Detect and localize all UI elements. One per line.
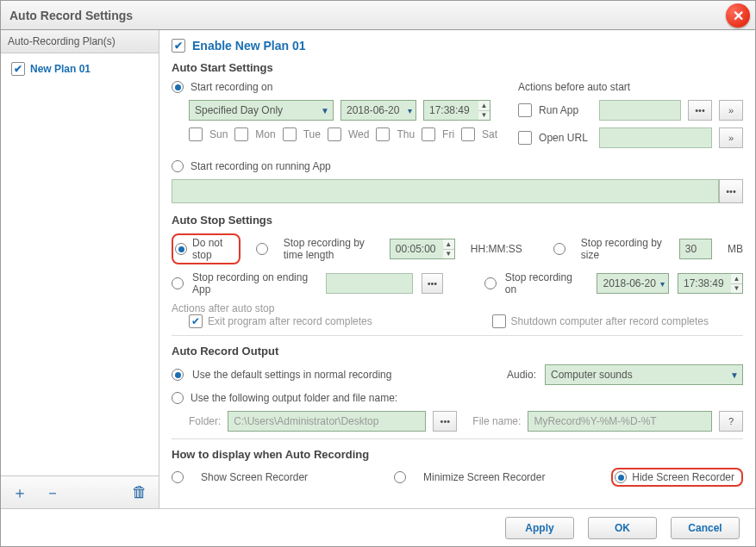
cancel-label: Cancel [688, 522, 722, 534]
label-folder: Folder: [189, 415, 221, 427]
close-button[interactable]: ✕ [726, 3, 750, 28]
chk-fri[interactable] [422, 127, 435, 141]
dialog-footer: Apply OK Cancel [1, 508, 755, 546]
remove-plan-button[interactable]: － [44, 484, 61, 501]
label-actions-before: Actions before auto start [518, 81, 743, 93]
label-stop-ending-app: Stop recording on ending App [192, 271, 317, 295]
lbl-fri: Fri [442, 128, 454, 140]
label-minimize-recorder: Minimize Screen Recorder [423, 471, 545, 483]
input-folder[interactable]: C:\Users\Administrator\Desktop [228, 411, 426, 432]
browse-run-app-button[interactable]: ••• [688, 100, 712, 121]
sidebar-tools: ＋ － 🗑 [1, 476, 159, 508]
arrow-open-url-button[interactable]: » [719, 127, 743, 148]
label-stop-time: Stop recording by time length [284, 237, 374, 261]
ok-button[interactable]: OK [588, 517, 657, 539]
lbl-mon: Mon [255, 128, 275, 140]
label-show-recorder: Show Screen Recorder [201, 471, 308, 483]
start-date-value: 2018-06-20 [347, 104, 399, 116]
separator [172, 335, 743, 336]
arrow-run-app-button[interactable]: » [719, 100, 743, 121]
select-audio[interactable]: Computer sounds▼ [545, 364, 743, 385]
stop-time-spinner[interactable]: ▲▼ [443, 239, 455, 259]
chk-run-app[interactable] [518, 103, 532, 117]
select-day-mode-value: Specified Day Only [195, 104, 283, 116]
apply-button[interactable]: Apply [505, 517, 574, 539]
radio-minimize-recorder[interactable] [394, 471, 406, 483]
stop-on-time-spinner[interactable]: ▲▼ [731, 273, 743, 294]
label-actions-after: Actions after auto stop [172, 302, 743, 314]
radio-default-output[interactable] [172, 369, 184, 381]
chevron-right-icon: » [728, 105, 734, 115]
input-stop-size[interactable]: 30 [679, 239, 712, 259]
label-do-not-stop: Do not stop [192, 237, 232, 261]
input-running-app[interactable] [172, 179, 719, 203]
radio-start-running-app[interactable] [172, 160, 184, 172]
select-stop-date[interactable]: 2018-06-20▾ [597, 273, 669, 294]
close-icon: ✕ [733, 8, 744, 24]
help-filename-button[interactable]: ? [719, 411, 743, 432]
chk-sat[interactable] [461, 127, 475, 141]
section-output: Auto Record Output [172, 345, 743, 357]
stop-on-time-value: 17:38:49 [684, 277, 724, 289]
radio-stop-ending-app[interactable] [172, 277, 184, 289]
cancel-button[interactable]: Cancel [671, 517, 740, 539]
input-filename[interactable]: MyRecord%Y-%M-%D-%T [528, 411, 712, 432]
titlebar: Auto Record Settings ✕ [1, 1, 755, 30]
label-mb: MB [728, 243, 743, 255]
start-time-value: 17:38:49 [429, 104, 470, 116]
chk-exit-after[interactable] [189, 314, 203, 328]
label-stop-on: Stop recording on [505, 271, 580, 295]
enable-plan-checkbox[interactable] [172, 39, 185, 53]
section-display: How to display when Auto Recording [172, 448, 743, 461]
plus-icon: ＋ [12, 482, 28, 503]
radio-stop-size[interactable] [553, 243, 565, 255]
chevron-down-icon: ▼ [478, 111, 490, 121]
ellipsis-icon: ••• [428, 278, 438, 289]
input-ending-app[interactable] [326, 273, 413, 294]
plan-checkbox[interactable] [11, 62, 25, 76]
radio-show-recorder[interactable] [172, 471, 184, 483]
browse-folder-button[interactable]: ••• [433, 411, 457, 432]
input-stop-on-time[interactable]: 17:38:49 [678, 273, 731, 294]
chk-wed[interactable] [328, 127, 341, 141]
browse-ending-app-button[interactable]: ••• [422, 273, 444, 294]
radio-stop-time[interactable] [256, 243, 268, 255]
lbl-run-app: Run App [539, 104, 592, 116]
input-run-app[interactable] [599, 100, 681, 121]
add-plan-button[interactable]: ＋ [11, 484, 28, 501]
time-spinner[interactable]: ▲▼ [478, 100, 490, 121]
browse-running-app-button[interactable]: ••• [719, 179, 743, 203]
chk-mon[interactable] [234, 127, 248, 141]
radio-do-not-stop[interactable] [175, 243, 187, 255]
chk-thu[interactable] [376, 127, 390, 141]
radio-custom-output[interactable] [172, 392, 184, 404]
ok-label: OK [615, 522, 630, 534]
label-start-running-app: Start recording on running App [191, 160, 331, 172]
delete-plan-button[interactable]: 🗑 [131, 484, 148, 501]
question-icon: ? [728, 416, 734, 426]
lbl-sat: Sat [482, 128, 497, 140]
chk-tue[interactable] [283, 127, 297, 141]
radio-hide-recorder[interactable] [615, 471, 627, 483]
chk-sun[interactable] [189, 127, 203, 141]
input-stop-time[interactable]: 00:05:00 [390, 239, 443, 259]
chevron-down-icon: ▾ [660, 279, 665, 289]
select-start-date[interactable]: 2018-06-20 ▾ [341, 100, 416, 121]
plan-list: New Plan 01 [1, 53, 159, 476]
lbl-wed: Wed [348, 128, 369, 140]
section-auto-stop: Auto Stop Settings [172, 214, 743, 227]
chk-open-url[interactable] [518, 131, 532, 145]
sidebar: Auto-Recording Plan(s) New Plan 01 ＋ － 🗑 [1, 30, 159, 508]
folder-value: C:\Users\Administrator\Desktop [234, 415, 378, 427]
input-open-url[interactable] [599, 127, 712, 148]
radio-stop-on-date[interactable] [484, 277, 497, 289]
chk-shutdown-after[interactable] [492, 314, 506, 328]
chevron-up-icon: ▲ [443, 239, 454, 250]
radio-start-on[interactable] [172, 81, 184, 93]
chevron-up-icon: ▲ [478, 101, 490, 111]
sidebar-item-plan[interactable]: New Plan 01 [1, 53, 159, 84]
apply-label: Apply [525, 522, 553, 534]
input-start-time[interactable]: 17:38:49 [423, 100, 478, 121]
select-day-mode[interactable]: Specified Day Only ▼ [189, 100, 334, 121]
ellipsis-icon: ••• [695, 105, 705, 115]
